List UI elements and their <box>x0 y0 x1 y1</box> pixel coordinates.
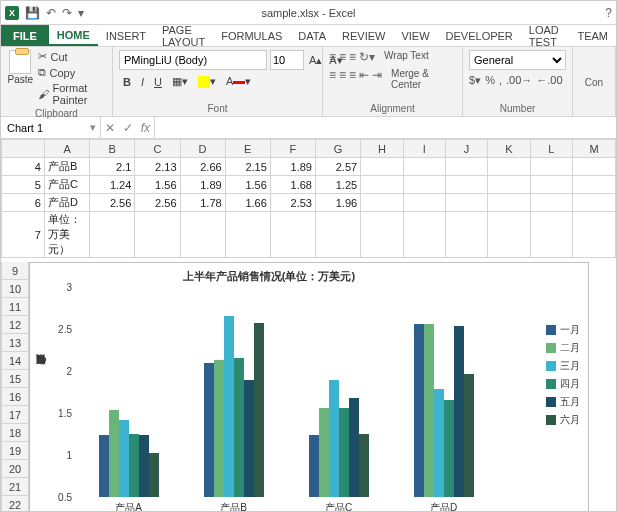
col-header[interactable]: J <box>445 140 487 158</box>
tab-data[interactable]: DATA <box>290 25 334 46</box>
cell[interactable]: 单位：万美元） <box>44 212 89 258</box>
cell[interactable] <box>403 212 445 258</box>
cell[interactable] <box>90 212 135 258</box>
cell[interactable] <box>225 212 270 258</box>
comma-format-icon[interactable]: , <box>499 74 502 87</box>
name-box-input[interactable] <box>5 121 85 135</box>
cell[interactable] <box>573 212 616 258</box>
cell[interactable]: 1.25 <box>315 176 360 194</box>
cell[interactable] <box>573 176 616 194</box>
fx-icon[interactable]: fx <box>141 121 150 135</box>
cell[interactable] <box>530 194 572 212</box>
tab-developer[interactable]: DEVELOPER <box>438 25 521 46</box>
row-header[interactable]: 6 <box>2 194 45 212</box>
cell[interactable] <box>361 158 404 176</box>
fill-color-button[interactable]: ▾ <box>194 73 220 90</box>
align-middle-icon[interactable]: ≡ <box>339 50 346 64</box>
cell[interactable]: 产品D <box>44 194 89 212</box>
cell[interactable] <box>135 212 180 258</box>
cell[interactable]: 2.13 <box>135 158 180 176</box>
cell[interactable]: 2.56 <box>90 194 135 212</box>
cell[interactable] <box>573 158 616 176</box>
align-right-icon[interactable]: ≡ <box>349 68 356 90</box>
cancel-formula-icon[interactable]: ✕ <box>105 121 115 135</box>
row-header[interactable]: 17 <box>1 406 29 424</box>
save-icon[interactable]: 💾 <box>25 6 40 20</box>
copy-button[interactable]: ⧉Copy <box>38 66 106 79</box>
col-header[interactable]: L <box>530 140 572 158</box>
percent-format-icon[interactable]: % <box>485 74 495 87</box>
name-box-dropdown-icon[interactable]: ▾ <box>90 121 96 134</box>
col-header[interactable]: G <box>315 140 360 158</box>
cell[interactable] <box>573 194 616 212</box>
border-button[interactable]: ▦▾ <box>168 73 192 90</box>
font-size-input[interactable] <box>270 50 304 70</box>
col-header[interactable]: E <box>225 140 270 158</box>
tab-page-layout[interactable]: PAGE LAYOUT <box>154 25 213 46</box>
cell[interactable]: 1.66 <box>225 194 270 212</box>
row-header[interactable]: 11 <box>1 298 29 316</box>
formula-input[interactable] <box>159 121 612 135</box>
cell[interactable] <box>445 176 487 194</box>
enter-formula-icon[interactable]: ✓ <box>123 121 133 135</box>
cell[interactable]: 2.66 <box>180 158 225 176</box>
tab-formulas[interactable]: FORMULAS <box>213 25 290 46</box>
bold-button[interactable]: B <box>119 74 135 90</box>
row-header[interactable]: 16 <box>1 388 29 406</box>
cell[interactable] <box>403 158 445 176</box>
paste-button[interactable]: Paste <box>7 50 34 106</box>
cell[interactable] <box>315 212 360 258</box>
col-header[interactable]: H <box>361 140 404 158</box>
row-header[interactable]: 14 <box>1 352 29 370</box>
cell[interactable]: 产品B <box>44 158 89 176</box>
row-header[interactable]: 9 <box>1 262 29 280</box>
row-header[interactable]: 13 <box>1 334 29 352</box>
cell[interactable]: 1.96 <box>315 194 360 212</box>
cell[interactable] <box>445 194 487 212</box>
cell[interactable] <box>530 176 572 194</box>
row-header[interactable]: 15 <box>1 370 29 388</box>
font-color-button[interactable]: A▾ <box>222 73 255 90</box>
cell[interactable] <box>445 212 487 258</box>
italic-button[interactable]: I <box>137 74 148 90</box>
tab-file[interactable]: FILE <box>1 25 49 46</box>
tab-load-test[interactable]: LOAD TEST <box>521 25 570 46</box>
cell[interactable]: 1.89 <box>270 158 315 176</box>
col-header[interactable]: M <box>573 140 616 158</box>
align-top-icon[interactable]: ≡ <box>329 50 336 64</box>
undo-icon[interactable]: ↶ <box>46 6 56 20</box>
font-name-input[interactable] <box>119 50 267 70</box>
accounting-format-icon[interactable]: $▾ <box>469 74 481 87</box>
cell[interactable]: 产品C <box>44 176 89 194</box>
cell[interactable] <box>445 158 487 176</box>
merge-center-button[interactable]: Merge & Center <box>391 68 456 90</box>
cell[interactable] <box>270 212 315 258</box>
cell[interactable]: 1.56 <box>135 176 180 194</box>
align-center-icon[interactable]: ≡ <box>339 68 346 90</box>
cut-button[interactable]: ✂Cut <box>38 50 106 63</box>
cell[interactable] <box>180 212 225 258</box>
indent-icon[interactable]: ⇥ <box>372 68 382 90</box>
tab-review[interactable]: REVIEW <box>334 25 393 46</box>
cell[interactable] <box>361 194 404 212</box>
cell[interactable] <box>361 212 404 258</box>
cell[interactable]: 2.53 <box>270 194 315 212</box>
format-painter-button[interactable]: 🖌Format Painter <box>38 82 106 106</box>
cell[interactable]: 2.15 <box>225 158 270 176</box>
row-header[interactable]: 18 <box>1 424 29 442</box>
orientation-icon[interactable]: ↻▾ <box>359 50 375 64</box>
col-header[interactable]: C <box>135 140 180 158</box>
cell[interactable] <box>488 194 531 212</box>
cell[interactable] <box>488 176 531 194</box>
tab-insert[interactable]: INSERT <box>98 25 154 46</box>
formula-bar[interactable] <box>155 117 616 138</box>
align-left-icon[interactable]: ≡ <box>329 68 336 90</box>
cell[interactable] <box>530 212 572 258</box>
dedent-icon[interactable]: ⇤ <box>359 68 369 90</box>
cell[interactable]: 2.1 <box>90 158 135 176</box>
col-header[interactable]: F <box>270 140 315 158</box>
row-header[interactable]: 21 <box>1 478 29 496</box>
tab-view[interactable]: VIEW <box>393 25 437 46</box>
wrap-text-button[interactable]: Wrap Text <box>384 50 429 64</box>
row-header[interactable]: 20 <box>1 460 29 478</box>
